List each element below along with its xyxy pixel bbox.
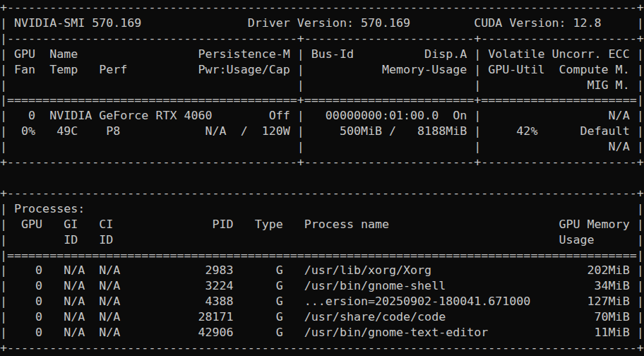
blank-line [0,170,644,186]
gpu-data-row-2: | 0% 49C P8 N/A / 120W | 500MiB / 8188Mi… [0,124,644,139]
proc-table-rule: |=======================================… [0,248,644,263]
proc-header-row-2: | ID ID Usage | [0,232,644,248]
proc-title-row: | Processes: | [0,201,644,217]
terminal-output: +---------------------------------------… [0,0,644,356]
process-row: | 0 N/A N/A 3224 G /usr/bin/gnome-shell … [0,278,644,294]
process-row: | 0 N/A N/A 4388 G ...ersion=20250902-18… [0,294,644,309]
gpu-header-row-2: | Fan Temp Perf Pwr:Usage/Cap | Memory-U… [0,62,644,78]
gpu-table-rule: |=======================================… [0,93,644,108]
smi-top-border: +---------------------------------------… [0,0,644,16]
proc-bottom-border: +---------------------------------------… [0,340,644,356]
proc-top-border: +---------------------------------------… [0,186,644,201]
gpu-table-divider: |---------------------------------------… [0,31,644,47]
process-row: | 0 N/A N/A 28171 G /usr/share/code/code… [0,309,644,325]
gpu-header-row-3: | | | MIG M. | [0,78,644,93]
gpu-header-row-1: | GPU Name Persistence-M | Bus-Id Disp.A… [0,47,644,62]
process-row: | 0 N/A N/A 42906 G /usr/bin/gnome-text-… [0,325,644,340]
gpu-data-row-1: | 0 NVIDIA GeForce RTX 4060 Off | 000000… [0,108,644,124]
process-row: | 0 N/A N/A 2983 G /usr/lib/xorg/Xorg 20… [0,263,644,278]
gpu-table-bottom: +---------------------------------------… [0,155,644,170]
gpu-data-row-3: | | | N/A | [0,139,644,155]
proc-header-row-1: | GPU GI CI PID Type Process name GPU Me… [0,217,644,232]
smi-version-row: | NVIDIA-SMI 570.169 Driver Version: 570… [0,16,644,31]
